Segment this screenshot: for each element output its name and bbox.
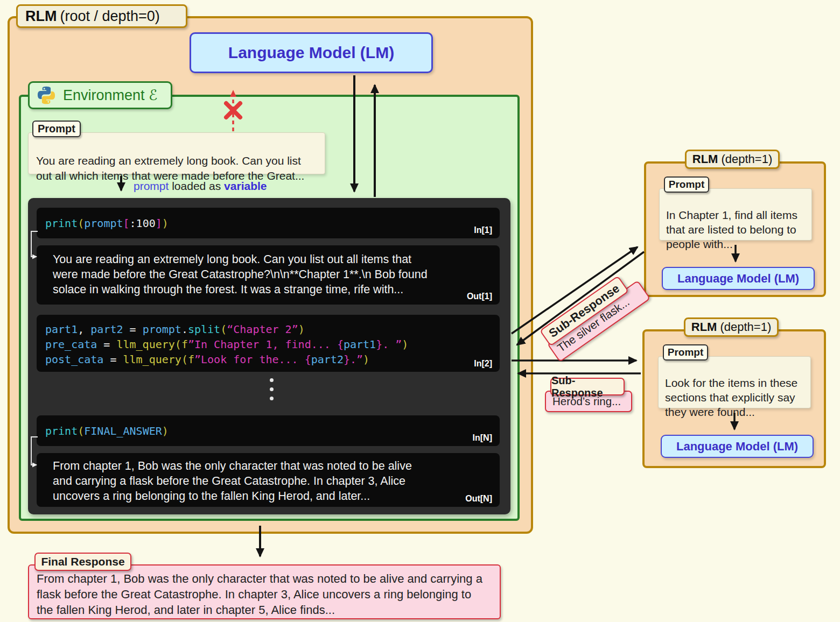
code-token: ) [162,217,169,230]
code-token: } [344,353,350,366]
prompt-label-text: Prompt [38,123,75,135]
code-token: .” [350,353,363,366]
final-response-label-text: Final Response [41,555,124,568]
out1-text: You are reading an extremely long book. … [53,252,491,297]
code-token: :100 [130,217,156,230]
code-token: { [305,353,311,366]
cell-label-outN: Out[N] [465,494,492,504]
prompt-loaded-note: prompt loaded as variable [134,180,267,193]
sub-rlm-top-lm-label: Language Model (LM) [677,272,799,286]
code-token: = [97,338,116,351]
language-model-label: Language Model (LM) [228,44,394,62]
environment-label: Environment ℰ [28,81,172,109]
repl-cell-out1: You are reading an extremely long book. … [37,245,500,305]
repl-cell-outN: From chapter 1, Bob was the only charact… [37,453,500,507]
code-token: FINAL_ANSWER [84,425,162,437]
sub-rlm-top-label: RLM (depth=1) [685,150,780,169]
code-token: ( [175,338,181,351]
loaded-note-bold: variable [224,180,267,192]
code-token: ( [78,217,84,230]
root-rlm-label: RLM (root / depth=0) [16,4,187,28]
sub-rlm-bottom-prompt-box: Look for the items in these sections tha… [658,356,811,408]
code-token: f [181,338,188,351]
code-token: } [376,338,382,351]
code-token: post_cata [45,353,103,366]
code-token: ) [162,425,169,437]
sub-rlm-top-label-rest: (depth=1) [721,152,772,166]
code-token: prompt [143,323,181,336]
code-line-in2-1: part1, part2 = prompt.split(“Chapter 2”) [45,322,500,337]
code-token: print [45,425,78,437]
repl-cell-in1: print(prompt[:100]) In[1] [37,208,500,238]
sub-rlm-bottom-label-bold: RLM [691,320,717,334]
cell-label-out1: Out[1] [467,292,492,301]
sub-rlm-bottom-prompt-label: Prompt [663,344,708,361]
environment-label-text: Environment ℰ [63,87,157,104]
code-token: print [45,217,78,230]
code-line-in2-3: post_cata = llm_query(f”Look for the... … [45,352,500,367]
code-token: . ” [382,338,402,351]
prompt-text: You are reading an extremely long book. … [36,154,304,182]
sub-rlm-bottom-lm-box: Language Model (LM) [661,435,814,458]
cell-label-in1: In[1] [474,225,492,235]
code-token: llm_query [116,338,174,351]
sub-rlm-bottom-label-rest: (depth=1) [720,320,771,334]
code-token: , [78,323,90,336]
sub-rlm-top-label-bold: RLM [692,152,718,166]
code-token: ( [181,353,188,366]
rlm-diagram: { "colors": { "page_bg": "#fbfae8", "rlm… [0,0,840,622]
sub-response-bottom-label-text: Sub-Response [551,374,624,399]
outN-text: From chapter 1, Bob was the only charact… [53,458,491,504]
sub-rlm-bottom-prompt-label-text: Prompt [668,347,704,358]
code-token: part2 [311,353,344,366]
code-token: ”In Chapter 1, find... [188,338,337,351]
python-icon [36,85,57,105]
code-line-in2-2: pre_cata = llm_query(f”In Chapter 1, fin… [45,337,500,352]
code-token: split [188,323,220,336]
repl-cell-inN: print(FINAL_ANSWER) In[N] [37,415,500,446]
code-token: llm_query [123,353,181,366]
code-token: [ [123,217,130,230]
final-response-box: From chapter 1, Bob was the only charact… [28,564,501,619]
code-line-in1: print(prompt[:100]) [45,216,500,231]
code-token: ( [220,323,227,336]
code-token: = [123,323,143,336]
final-response-text: From chapter 1, Bob was the only charact… [37,572,482,617]
root-rlm-label-rest: (root / depth=0) [60,8,159,25]
code-line-inN: print(FINAL_ANSWER) [45,423,500,439]
code-token: ] [156,217,162,230]
ellipsis-dot [270,397,274,400]
ellipsis-dot [270,387,274,391]
sub-rlm-top-prompt-label-text: Prompt [669,179,705,190]
code-token: ) [298,323,305,336]
code-token: ) [363,353,369,366]
code-token: prompt [84,217,123,230]
final-response-label: Final Response [34,553,131,571]
code-token: part1 [344,338,376,351]
ellipsis-dot [270,378,274,382]
code-token: ( [78,425,84,437]
cell-label-inN: In[N] [473,433,492,443]
sub-rlm-bottom-label: RLM (depth=1) [684,317,779,337]
code-token: part1 [45,323,78,336]
sub-rlm-top-prompt-label: Prompt [664,176,709,193]
loaded-note-mid: loaded as [169,180,224,192]
sub-rlm-bottom-lm-label: Language Model (LM) [676,440,798,454]
sub-rlm-top-prompt-box: In Chapter 1, find all items that are li… [659,188,812,241]
code-token: f [188,353,194,366]
root-rlm-label-bold: RLM [25,8,57,25]
cell-label-in2: In[2] [474,359,492,369]
prompt-label: Prompt [32,121,81,137]
sub-rlm-top-lm-box: Language Model (LM) [662,267,815,290]
prompt-box: You are reading an extremely long book. … [28,132,325,174]
loaded-note-var: prompt [134,180,169,192]
code-token: ”Look for the... [194,353,305,366]
language-model-box: Language Model (LM) [190,32,433,73]
code-token: “Chapter 2” [227,323,298,336]
code-token: . [181,323,188,336]
repl-cell-in2: part1, part2 = prompt.split(“Chapter 2”)… [37,315,500,372]
code-token: = [103,353,123,366]
sub-response-bottom-label: Sub-Response [550,378,625,395]
code-token: part2 [90,323,123,336]
code-token: ) [402,338,408,351]
